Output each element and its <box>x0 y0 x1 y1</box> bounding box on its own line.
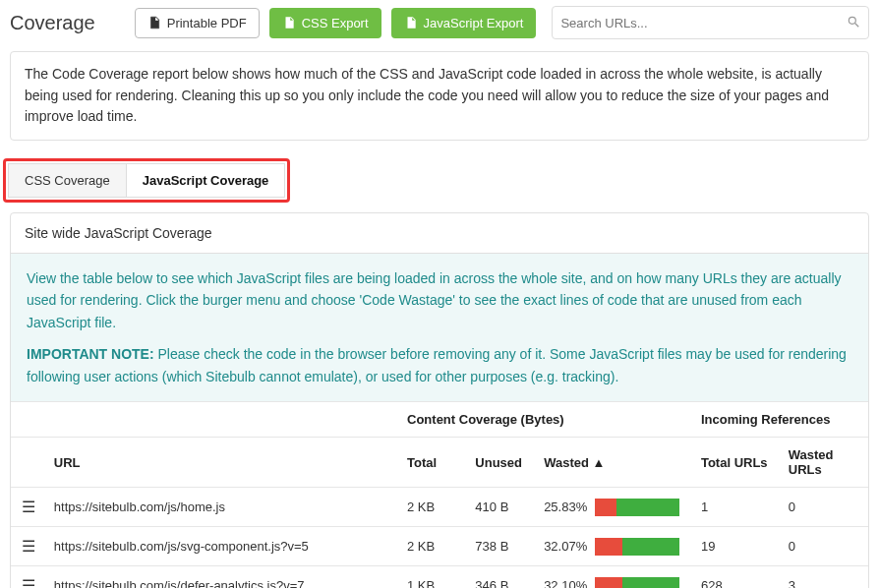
column-header-row: URL Total Unused Wasted ▲ Total URLs Was… <box>11 438 868 488</box>
wasted-bar <box>595 499 679 516</box>
col-total[interactable]: Total <box>399 438 467 488</box>
file-icon <box>147 16 161 29</box>
search-wrap[interactable] <box>552 6 869 39</box>
wasted-pct: 25.83% <box>544 500 587 514</box>
top-bar: Coverage Printable PDF CSS Export JavaSc… <box>0 0 879 45</box>
table-row: ☰https://sitebulb.com/js/home.js2 KB410 … <box>11 488 868 527</box>
group-header-row: Content Coverage (Bytes) Incoming Refere… <box>11 402 868 438</box>
unused-cell: 410 B <box>467 488 536 527</box>
info-paragraph-2: IMPORTANT NOTE: Please check the code in… <box>27 343 852 387</box>
burger-menu-icon[interactable]: ☰ <box>22 538 35 555</box>
description-box: The Code Coverage report below shows how… <box>10 51 869 141</box>
total-cell: 1 KB <box>399 566 467 588</box>
col-wasted[interactable]: Wasted ▲ <box>536 438 693 488</box>
col-url[interactable]: URL <box>46 438 399 488</box>
total-urls-cell: 19 <box>693 527 781 566</box>
wasted-urls-cell: 3 <box>781 566 868 588</box>
js-export-label: JavaScript Export <box>424 16 524 30</box>
wasted-urls-cell: 0 <box>781 527 868 566</box>
file-export-icon <box>282 16 296 29</box>
tab-js-coverage[interactable]: JavaScript Coverage <box>127 163 286 198</box>
burger-menu-icon[interactable]: ☰ <box>22 577 35 588</box>
printable-pdf-button[interactable]: Printable PDF <box>135 8 260 38</box>
group-incoming-references: Incoming References <box>693 402 868 438</box>
printable-pdf-label: Printable PDF <box>167 16 247 30</box>
css-export-label: CSS Export <box>302 16 369 30</box>
unused-cell: 738 B <box>467 527 536 566</box>
important-note-label: IMPORTANT NOTE: <box>27 346 154 362</box>
col-unused[interactable]: Unused <box>467 438 536 488</box>
css-export-button[interactable]: CSS Export <box>269 8 381 38</box>
info-paragraph-1: View the table below to see which JavaSc… <box>27 267 852 333</box>
group-content-coverage: Content Coverage (Bytes) <box>399 402 693 438</box>
tab-css-coverage[interactable]: CSS Coverage <box>8 163 127 198</box>
table-row: ☰https://sitebulb.com/js/defer-analytics… <box>11 566 868 588</box>
panel-title: Site wide JavaScript Coverage <box>11 213 868 254</box>
wasted-bar <box>595 538 679 556</box>
wasted-bar <box>595 577 679 588</box>
url-cell[interactable]: https://sitebulb.com/js/defer-analytics.… <box>54 578 391 588</box>
total-cell: 2 KB <box>399 527 467 566</box>
total-urls-cell: 628 <box>693 566 781 588</box>
tabs-row: CSS Coverage JavaScript Coverage <box>8 163 285 198</box>
js-export-button[interactable]: JavaScript Export <box>391 8 537 38</box>
unused-cell: 346 B <box>467 566 536 588</box>
wasted-cell: 32.07% <box>544 538 685 556</box>
coverage-panel: Site wide JavaScript Coverage View the t… <box>10 212 869 588</box>
wasted-pct: 32.07% <box>544 539 587 554</box>
url-cell[interactable]: https://sitebulb.com/js/home.js <box>54 500 391 514</box>
page-title: Coverage <box>10 12 95 34</box>
svg-line-1 <box>855 23 859 27</box>
url-cell[interactable]: https://sitebulb.com/js/svg-component.js… <box>54 539 391 554</box>
coverage-table: Content Coverage (Bytes) Incoming Refere… <box>11 401 868 588</box>
wasted-cell: 32.10% <box>544 577 685 588</box>
svg-point-0 <box>849 17 855 24</box>
wasted-urls-cell: 0 <box>781 488 868 527</box>
wasted-cell: 25.83% <box>544 499 685 516</box>
info-box: View the table below to see which JavaSc… <box>11 254 868 401</box>
col-total-urls[interactable]: Total URLs <box>693 438 781 488</box>
search-icon[interactable] <box>847 15 860 31</box>
table-row: ☰https://sitebulb.com/js/svg-component.j… <box>11 527 868 566</box>
total-cell: 2 KB <box>399 488 467 527</box>
col-wasted-urls[interactable]: Wasted URLs <box>781 438 868 488</box>
total-urls-cell: 1 <box>693 488 781 527</box>
burger-menu-icon[interactable]: ☰ <box>22 499 35 515</box>
wasted-pct: 32.10% <box>544 578 587 588</box>
tabs-highlight-box: CSS Coverage JavaScript Coverage <box>3 158 290 203</box>
file-export-icon <box>404 16 418 29</box>
search-input[interactable] <box>560 16 847 30</box>
